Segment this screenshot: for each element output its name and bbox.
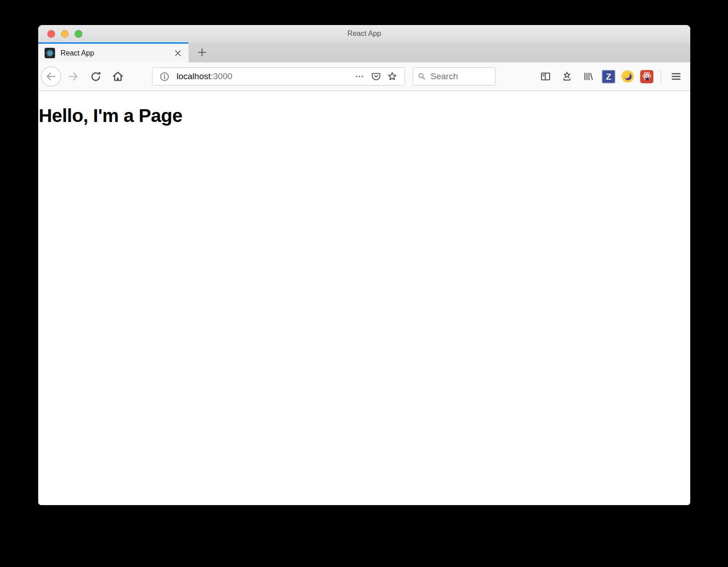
toolbar-right-icons: Z [538,69,684,84]
url-text: localhost:3000 [177,71,353,81]
home-button[interactable] [109,68,126,85]
back-icon [45,71,57,82]
reload-button[interactable] [87,68,104,85]
tab-bar: React App [38,42,690,62]
page-content: Hello, I'm a Page [38,91,690,505]
url-bar-actions [353,70,399,83]
tab-react-app[interactable]: React App [38,42,189,62]
forward-icon [67,71,79,82]
home-icon [112,71,124,82]
url-host: localhost [177,71,211,81]
toolbar-separator [661,70,661,83]
site-info-button[interactable] [158,70,171,83]
new-tab-button[interactable] [192,42,212,62]
search-input[interactable] [430,71,490,82]
zotero-extension-icon[interactable]: Z [602,70,615,83]
url-bar[interactable]: localhost:3000 [152,67,405,86]
menu-button[interactable] [668,69,684,84]
page-actions-icon [354,71,364,81]
react-favicon-icon [45,48,55,58]
page-actions-button[interactable] [353,70,366,83]
bookmarks-tray-icon [561,71,572,82]
url-port: :3000 [211,71,233,81]
info-icon [159,71,170,82]
react-devtools-extension-icon[interactable] [640,70,653,83]
library-button[interactable] [581,69,596,84]
sidebar-toggle-button[interactable] [538,69,553,84]
menu-icon [671,71,682,82]
navigation-toolbar: localhost:3000 [38,62,690,91]
tab-close-icon[interactable] [171,46,185,60]
bookmark-star-button[interactable] [385,70,399,83]
library-icon [583,71,594,82]
search-icon [418,71,426,81]
browser-window: React App React App [38,25,690,505]
moon-icon [621,70,634,83]
atom-bug-icon [641,71,652,82]
search-bar [413,67,495,86]
tab-title: React App [61,49,171,57]
pocket-button[interactable] [369,70,383,83]
bookmarks-menu-button[interactable] [559,69,575,84]
page-heading: Hello, I'm a Page [38,105,690,127]
window-title: React App [38,25,690,42]
reload-icon [90,71,101,82]
sidebar-icon [540,71,551,82]
pocket-icon [371,71,381,82]
back-button[interactable] [41,66,61,86]
zotero-label: Z [606,72,612,81]
window-titlebar: React App [38,25,690,42]
forward-button[interactable] [65,68,82,85]
night-mode-extension-icon[interactable] [621,70,634,83]
bookmark-star-icon [387,71,398,82]
